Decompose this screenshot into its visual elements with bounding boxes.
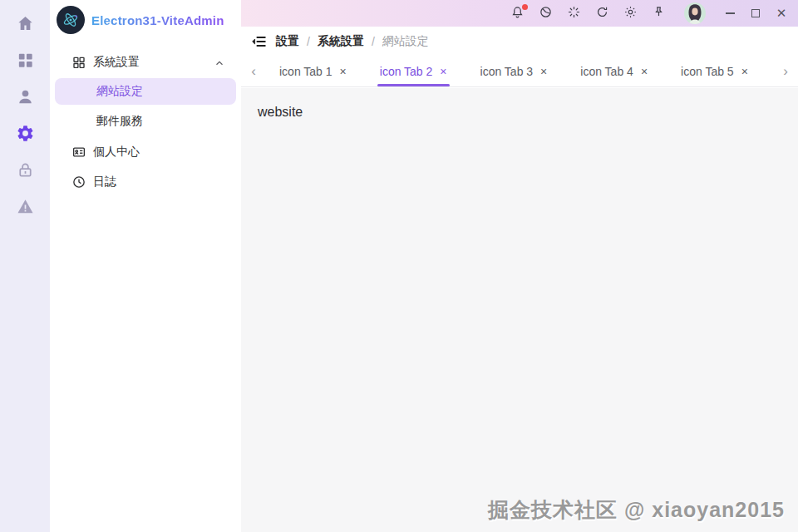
breadcrumb-separator: / xyxy=(307,35,310,48)
breadcrumb-item[interactable]: 設置 xyxy=(276,34,299,49)
rail-item-dashboard[interactable] xyxy=(0,43,50,80)
app-window: Electron31-ViteAdmin 系統設置 網站設定 郵件服務 xyxy=(0,0,798,532)
settings-icon xyxy=(16,124,35,146)
tab-close-icon[interactable]: × xyxy=(540,66,547,77)
breadcrumb-separator: / xyxy=(372,35,375,48)
tab-icon-tab-1[interactable]: icon Tab 1 × xyxy=(279,57,347,86)
pin-button[interactable] xyxy=(651,6,667,22)
sidebar-subitem-label: 郵件服務 xyxy=(96,114,143,129)
sidebar-item-label: 個人中心 xyxy=(93,145,224,160)
gear-icon xyxy=(623,5,638,22)
maximize-button[interactable] xyxy=(749,7,762,20)
page-content: website xyxy=(241,88,798,532)
logo-row[interactable]: Electron31-ViteAdmin xyxy=(50,0,241,40)
sidebar-item-system-settings[interactable]: 系統設置 xyxy=(55,48,236,76)
page-text: website xyxy=(258,105,781,120)
breadcrumb-row: 設置 / 系統設置 / 網站設定 xyxy=(241,27,798,57)
tab-close-icon[interactable]: × xyxy=(641,66,648,77)
breadcrumb: 設置 / 系統設置 / 網站設定 xyxy=(276,34,429,49)
refresh-button[interactable] xyxy=(594,6,610,22)
main-area: ✕ 設置 / 系統設置 / 網站設定 ‹ icon Tab 1 × icon T xyxy=(241,0,798,532)
breadcrumb-item[interactable]: 系統設置 xyxy=(318,34,364,49)
settings-button[interactable] xyxy=(623,6,638,22)
rail-item-user[interactable] xyxy=(0,80,50,116)
tab-close-icon[interactable]: × xyxy=(340,66,347,77)
user-avatar[interactable] xyxy=(684,2,706,24)
tab-label: icon Tab 3 xyxy=(480,65,534,78)
tab-close-icon[interactable]: × xyxy=(440,66,446,77)
tabs-scroll-right-button[interactable]: › xyxy=(776,57,795,86)
sidebar-item-website-settings[interactable]: 網站設定 xyxy=(55,78,236,105)
tab-icon-tab-5[interactable]: icon Tab 5 × xyxy=(681,57,748,86)
sidebar-item-label: 日誌 xyxy=(93,175,224,190)
icon-rail xyxy=(0,0,50,532)
close-icon: ✕ xyxy=(776,6,787,21)
notification-dot xyxy=(522,4,528,10)
minimize-icon xyxy=(726,12,735,14)
sidebar-menu: 系統設置 網站設定 郵件服務 個人中心 日誌 xyxy=(50,40,241,196)
tab-bar: ‹ icon Tab 1 × icon Tab 2 × icon Tab 3 ×… xyxy=(241,57,798,87)
pie-chart-button[interactable] xyxy=(538,6,554,22)
warning-icon xyxy=(16,197,35,219)
menu-grid-icon xyxy=(71,55,86,70)
rail-item-home[interactable] xyxy=(0,7,50,43)
tab-icon-tab-4[interactable]: icon Tab 4 × xyxy=(580,57,648,86)
tab-label: icon Tab 2 xyxy=(380,65,433,78)
electron-logo-icon xyxy=(57,6,85,34)
tab-label: icon Tab 1 xyxy=(279,65,332,78)
refresh-icon xyxy=(595,5,609,22)
breadcrumb-item-current: 網站設定 xyxy=(382,34,429,49)
notification-bell-button[interactable] xyxy=(510,6,525,22)
titlebar: ✕ xyxy=(241,0,798,27)
sidebar-subitem-label: 網站設定 xyxy=(96,84,143,99)
rail-item-warning[interactable] xyxy=(0,190,50,226)
app-title: Electron31-ViteAdmin xyxy=(91,13,224,27)
tab-close-icon[interactable]: × xyxy=(741,66,748,77)
rays-button[interactable] xyxy=(566,6,582,22)
chevron-right-icon: › xyxy=(783,63,788,80)
sidebar-item-mail-service[interactable]: 郵件服務 xyxy=(55,108,236,135)
dashboard-icon xyxy=(16,51,35,73)
menu-fold-icon xyxy=(251,38,268,52)
tab-icon-tab-2[interactable]: icon Tab 2 × xyxy=(380,57,447,86)
pie-chart-icon xyxy=(539,5,553,22)
collapse-sidebar-button[interactable] xyxy=(251,33,268,50)
tab-label: icon Tab 4 xyxy=(580,65,633,78)
maximize-icon xyxy=(751,9,760,17)
sidebar-item-logs[interactable]: 日誌 xyxy=(55,168,236,196)
chevron-up-icon xyxy=(214,57,224,67)
sidebar-item-personal-center[interactable]: 個人中心 xyxy=(55,138,236,166)
lock-icon xyxy=(16,160,35,183)
tabs-scroll-left-button[interactable]: ‹ xyxy=(244,57,263,86)
tab-label: icon Tab 5 xyxy=(681,65,734,78)
rail-item-lock[interactable] xyxy=(0,153,50,190)
close-button[interactable]: ✕ xyxy=(775,7,788,20)
id-card-icon xyxy=(71,145,86,160)
rays-icon xyxy=(567,5,581,22)
tab-icon-tab-3[interactable]: icon Tab 3 × xyxy=(480,57,548,86)
sidebar-item-label: 系統設置 xyxy=(93,55,214,70)
chevron-left-icon: ‹ xyxy=(251,63,256,80)
minimize-button[interactable] xyxy=(723,7,736,20)
pin-icon xyxy=(652,5,666,22)
home-icon xyxy=(16,14,35,37)
history-icon xyxy=(71,175,86,190)
sidebar: Electron31-ViteAdmin 系統設置 網站設定 郵件服務 xyxy=(50,0,241,532)
rail-item-settings[interactable] xyxy=(0,116,50,153)
user-icon xyxy=(16,87,35,110)
